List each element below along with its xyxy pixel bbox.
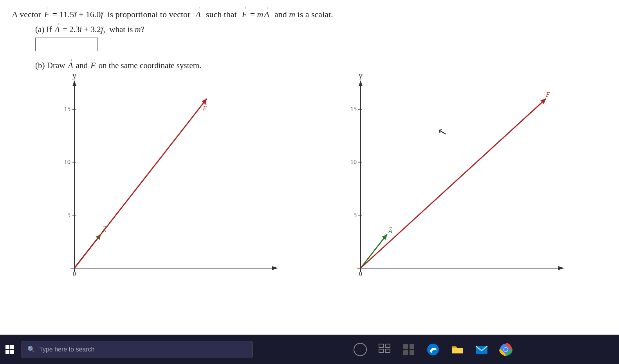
problem-header: A vector F→ = 11.5î + 16.0ĵ is proportio… [12, 8, 607, 21]
svg-rect-10 [410, 344, 414, 349]
main-content: A vector F→ = 11.5î + 16.0ĵ is proportio… [0, 0, 619, 335]
svg-rect-12 [410, 350, 414, 355]
start-button[interactable] [0, 335, 20, 364]
part-b-text: (b) Draw A→ and F→ on the same coordinat… [35, 61, 607, 70]
search-icon: 🔍 [27, 346, 35, 353]
svg-rect-14 [452, 348, 463, 353]
right-coord-system [335, 74, 570, 286]
task-view-button[interactable] [376, 341, 393, 358]
taskbar-center-icons [253, 341, 613, 358]
file-explorer-icon[interactable] [449, 341, 466, 358]
edge-icon[interactable] [425, 341, 441, 358]
svg-rect-6 [385, 344, 390, 348]
search-placeholder-text: Type here to search [39, 346, 94, 353]
svg-point-18 [504, 348, 508, 351]
svg-rect-1 [10, 345, 14, 349]
taskbar: 🔍 Type here to search [0, 335, 619, 364]
svg-rect-0 [5, 345, 9, 349]
part-a-text: (a) If A→ = 2.3î + 3.2ĵ, what is m? [35, 25, 607, 34]
coord-systems-container [12, 74, 607, 286]
mail-icon[interactable] [473, 341, 490, 358]
svg-rect-3 [10, 350, 14, 354]
chrome-icon[interactable] [498, 341, 514, 358]
svg-rect-11 [403, 350, 408, 355]
svg-rect-8 [385, 349, 390, 353]
taskbar-search-bar[interactable]: 🔍 Type here to search [22, 341, 253, 358]
answer-input-box[interactable] [35, 38, 98, 51]
apps-button[interactable] [401, 341, 417, 358]
svg-rect-2 [5, 350, 9, 354]
svg-rect-7 [379, 349, 384, 353]
svg-rect-5 [379, 344, 384, 348]
left-coord-system [49, 74, 284, 286]
cortana-button[interactable] [352, 341, 368, 358]
svg-rect-9 [403, 344, 408, 349]
svg-point-4 [354, 343, 366, 356]
